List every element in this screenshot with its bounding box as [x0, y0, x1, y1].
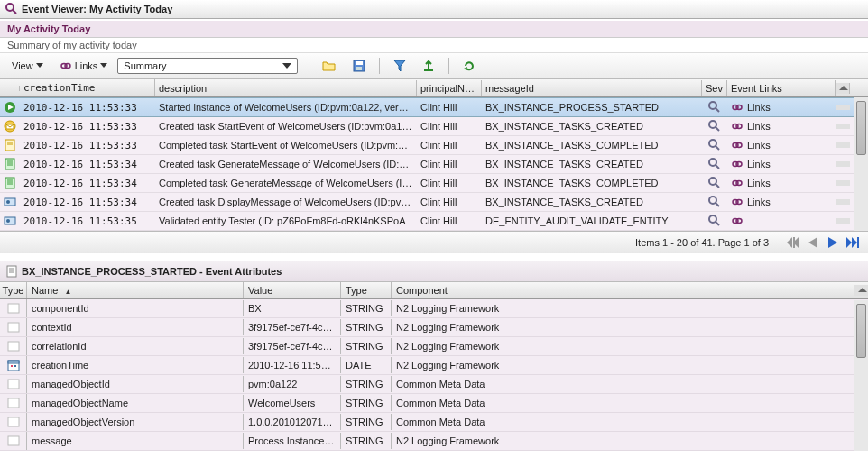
links-cell[interactable]: Links — [727, 175, 836, 191]
section-summary: Summary of my activity today — [0, 38, 868, 53]
first-page-button[interactable] — [785, 235, 801, 250]
summary-select[interactable]: Summary — [117, 58, 298, 74]
col-attr-value[interactable]: Value — [244, 282, 341, 298]
detail-header: BX_INSTANCE_PROCESS_STARTED - Event Attr… — [0, 261, 868, 282]
col-attr-component[interactable]: Component — [392, 282, 854, 298]
cell-principal: Clint Hill — [417, 156, 482, 172]
severity-button[interactable] — [702, 136, 727, 154]
links-cell[interactable]: Links — [727, 194, 836, 210]
cell-messageId: DE_ENTITY_AUDIT_VALIDATE_ENTITY — [482, 213, 702, 229]
attr-name: creationTime — [27, 357, 244, 373]
links-cell[interactable]: Links — [727, 99, 836, 115]
export-button[interactable] — [416, 57, 441, 75]
links-cell[interactable]: Links — [727, 156, 836, 172]
vertical-scrollbar[interactable] — [854, 300, 868, 451]
attr-value: 3f9175ef-ce7f-4cc1- — [244, 319, 341, 335]
vertical-scrollbar[interactable] — [854, 97, 868, 231]
col-attr-type[interactable]: Type — [341, 282, 392, 298]
attr-component: N2 Logging Framework — [392, 319, 854, 335]
table-row[interactable]: 2010-12-16 11:53:33Completed task StartE… — [0, 136, 868, 155]
title-bar: Event Viewer: My Activity Today — [0, 0, 868, 19]
svg-marker-72 — [858, 288, 867, 292]
col-creationTime[interactable]: creationTime — [20, 79, 155, 96]
cell-messageId: BX_INSTANCE_TASKS_CREATED — [482, 194, 702, 210]
prev-page-button[interactable] — [805, 235, 821, 250]
cell-messageId: BX_INSTANCE_TASKS_COMPLETED — [482, 175, 702, 191]
severity-button[interactable] — [702, 212, 727, 230]
severity-button[interactable] — [702, 98, 727, 116]
col-eventLinks[interactable]: Event Links — [727, 80, 836, 96]
col-attr-typeicon[interactable]: Type — [0, 282, 27, 298]
filter-button[interactable] — [387, 57, 412, 75]
detail-title: BX_INSTANCE_PROCESS_STARTED - Event Attr… — [22, 266, 282, 277]
svg-marker-65 — [846, 237, 852, 248]
view-dropdown[interactable]: View — [5, 58, 50, 74]
attr-type: STRING — [341, 376, 392, 392]
svg-line-37 — [716, 165, 719, 169]
last-page-button[interactable] — [845, 235, 861, 250]
table-row[interactable]: 2010-12-16 11:53:33Created task StartEve… — [0, 117, 868, 136]
links-dropdown[interactable]: Links — [53, 58, 115, 74]
cell-messageId: BX_INSTANCE_TASKS_CREATED — [482, 118, 702, 134]
col-icon[interactable] — [0, 86, 20, 91]
svg-line-22 — [716, 127, 719, 131]
col-severity[interactable]: Sev — [702, 80, 727, 96]
attr-row[interactable]: managedObjectNameWelcomeUsersSTRINGCommo… — [0, 394, 868, 413]
links-cell[interactable]: Links — [727, 137, 836, 153]
attr-row[interactable]: correlationId3f9175ef-ce7f-4cc1-STRINGN2… — [0, 337, 868, 356]
severity-button[interactable] — [702, 174, 727, 192]
cell-description: Created task StartEvent of WelcomeUsers … — [155, 118, 417, 134]
attr-name: componentId — [27, 300, 244, 316]
open-button[interactable] — [316, 57, 343, 75]
cell-principal: Clint Hill — [417, 118, 482, 134]
attr-row[interactable]: componentIdBXSTRINGN2 Logging Framework — [0, 299, 868, 318]
severity-button[interactable] — [702, 155, 727, 173]
cell-messageId: BX_INSTANCE_TASKS_COMPLETED — [482, 137, 702, 153]
svg-line-51 — [716, 203, 719, 206]
row-type-icon — [0, 98, 20, 116]
attr-row[interactable]: managedObjectIdpvm:0a122STRINGCommon Met… — [0, 375, 868, 394]
col-principalName[interactable]: principalName — [417, 80, 482, 96]
svg-point-55 — [6, 219, 10, 223]
cell-time: 2010-12-16 11:53:33 — [20, 99, 155, 116]
save-button[interactable] — [346, 57, 372, 75]
next-page-button[interactable] — [825, 235, 841, 250]
row-type-icon — [0, 117, 20, 135]
refresh-button[interactable] — [457, 57, 482, 75]
table-row[interactable]: 2010-12-16 11:53:34Created task DisplayM… — [0, 193, 868, 212]
chevron-down-icon — [100, 63, 107, 69]
svg-marker-10 — [394, 60, 405, 71]
col-messageId[interactable]: messageId — [482, 80, 702, 96]
pager-text: Items 1 - 20 of 41. Page 1 of 3 — [635, 237, 769, 248]
attr-row[interactable]: contextId3f9175ef-ce7f-4cc1-STRINGN2 Log… — [0, 318, 868, 337]
table-row[interactable]: 2010-12-16 11:53:33Started instance of W… — [0, 97, 868, 117]
attr-value: WelcomeUsers — [244, 395, 341, 411]
scroll-thumb[interactable] — [856, 304, 866, 358]
view-label: View — [12, 60, 33, 71]
refresh-icon — [463, 60, 476, 72]
col-description[interactable]: description — [155, 80, 417, 96]
attr-row[interactable]: messageProcess Instance staSTRINGN2 Logg… — [0, 432, 868, 451]
severity-button[interactable] — [702, 117, 727, 135]
svg-marker-6 — [282, 63, 291, 69]
cell-time: 2010-12-16 11:53:34 — [20, 175, 155, 192]
col-attr-name[interactable]: Name ▲ — [27, 282, 244, 298]
attr-row[interactable]: creationTime2010-12-16 11:53:3:DATEN2 Lo… — [0, 356, 868, 375]
attr-name: managedObjectName — [27, 395, 244, 411]
svg-marker-60 — [787, 237, 792, 248]
attr-type-icon — [0, 318, 27, 336]
severity-button[interactable] — [702, 193, 727, 211]
attr-value: Process Instance sta — [244, 433, 341, 449]
table-row[interactable]: 2010-12-16 11:53:34Completed task Genera… — [0, 174, 868, 193]
table-row[interactable]: 2010-12-16 11:53:34Created task Generate… — [0, 155, 868, 174]
attr-type: STRING — [341, 300, 392, 316]
table-row[interactable]: 2010-12-16 11:53:35Validated entity Test… — [0, 212, 868, 231]
links-cell[interactable]: Links — [727, 118, 836, 134]
attr-type: DATE — [341, 357, 392, 373]
scroll-thumb[interactable] — [856, 101, 866, 155]
attr-row[interactable]: managedObjectVersion1.0.0.201012071417ST… — [0, 413, 868, 432]
svg-rect-79 — [14, 365, 16, 367]
links-cell[interactable] — [727, 213, 836, 229]
chevron-down-icon — [282, 63, 291, 69]
attr-component: N2 Logging Framework — [392, 357, 854, 373]
